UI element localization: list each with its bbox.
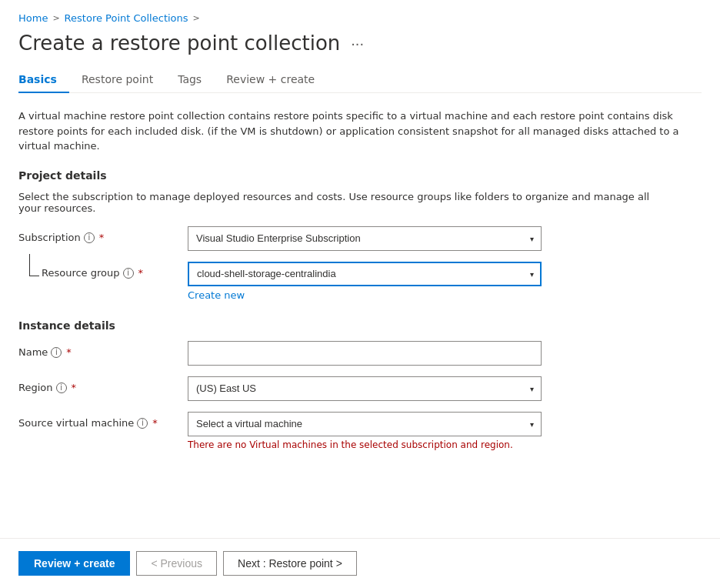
breadcrumb-home[interactable]: Home: [18, 12, 48, 24]
region-row: Region i * (US) East US ▾: [18, 376, 702, 401]
resource-group-row: Resource group i * cloud-shell-storage-c…: [18, 262, 702, 301]
page-title-row: Create a restore point collection ···: [18, 32, 702, 55]
resource-group-select[interactable]: cloud-shell-storage-centralindia: [188, 262, 542, 286]
region-select[interactable]: (US) East US: [188, 376, 542, 401]
ellipsis-button[interactable]: ···: [348, 35, 367, 51]
region-control: (US) East US ▾: [188, 376, 542, 401]
project-details-section: Project details Select the subscription …: [18, 169, 702, 301]
name-control: [188, 341, 542, 366]
name-required: *: [66, 346, 72, 358]
project-details-description: Select the subscription to manage deploy…: [18, 191, 672, 214]
subscription-info-icon[interactable]: i: [84, 232, 95, 243]
page-description: A virtual machine restore point collecti…: [18, 109, 702, 154]
project-details-header: Project details: [18, 169, 702, 182]
footer: Review + create < Previous Next : Restor…: [0, 538, 720, 588]
subscription-select[interactable]: Visual Studio Enterprise Subscription: [188, 226, 542, 251]
review-create-button[interactable]: Review + create: [18, 551, 130, 576]
region-select-wrapper: (US) East US ▾: [188, 376, 542, 401]
breadcrumb-sep2: >: [193, 13, 200, 23]
subscription-label: Subscription: [18, 232, 81, 243]
create-new-link[interactable]: Create new: [188, 289, 542, 301]
name-info-icon[interactable]: i: [51, 347, 62, 358]
tab-basics[interactable]: Basics: [18, 67, 69, 93]
instance-details-header: Instance details: [18, 319, 702, 332]
next-button[interactable]: Next : Restore point >: [223, 551, 357, 576]
name-label-col: Name i *: [18, 341, 188, 358]
resource-group-select-wrapper: cloud-shell-storage-centralindia ▾: [188, 262, 542, 286]
source-vm-select-wrapper: Select a virtual machine ▾: [188, 412, 542, 436]
resource-group-label: Resource group: [42, 267, 120, 279]
breadcrumb: Home > Restore Point Collections >: [18, 12, 702, 24]
instance-details-section: Instance details Name i * Region i *: [18, 319, 702, 450]
previous-button[interactable]: < Previous: [136, 551, 217, 576]
name-input[interactable]: [188, 341, 542, 366]
breadcrumb-sep1: >: [52, 13, 59, 23]
subscription-required: *: [99, 232, 105, 243]
source-vm-row: Source virtual machine i * Select a virt…: [18, 412, 702, 450]
source-vm-control: Select a virtual machine ▾ There are no …: [188, 412, 542, 450]
subscription-control: Visual Studio Enterprise Subscription ▾: [188, 226, 542, 251]
subscription-label-col: Subscription i *: [18, 226, 188, 243]
resource-group-required: *: [138, 267, 144, 279]
subscription-select-wrapper: Visual Studio Enterprise Subscription ▾: [188, 226, 542, 251]
tab-tags[interactable]: Tags: [165, 67, 214, 93]
region-required: *: [72, 382, 77, 393]
tab-nav: Basics Restore point Tags Review + creat…: [18, 67, 702, 93]
page-title: Create a restore point collection: [18, 32, 340, 55]
resource-group-label-col: Resource group i *: [18, 262, 188, 279]
source-vm-label: Source virtual machine: [18, 417, 134, 429]
source-vm-select[interactable]: Select a virtual machine: [188, 412, 542, 436]
source-vm-error: There are no Virtual machines in the sel…: [188, 439, 542, 450]
name-label: Name: [18, 346, 48, 358]
resource-group-control: cloud-shell-storage-centralindia ▾ Creat…: [188, 262, 542, 301]
tab-restore-point[interactable]: Restore point: [69, 67, 165, 93]
region-info-icon[interactable]: i: [56, 383, 67, 393]
region-label-col: Region i *: [18, 376, 188, 393]
source-vm-label-col: Source virtual machine i *: [18, 412, 188, 429]
source-vm-required: *: [152, 417, 158, 429]
source-vm-info-icon[interactable]: i: [137, 418, 148, 429]
subscription-row: Subscription i * Visual Studio Enterpris…: [18, 226, 702, 251]
tab-review-create[interactable]: Review + create: [214, 67, 327, 93]
name-row: Name i *: [18, 341, 702, 366]
breadcrumb-collections[interactable]: Restore Point Collections: [65, 12, 188, 24]
region-label: Region: [18, 382, 53, 393]
resource-group-info-icon[interactable]: i: [123, 268, 134, 279]
